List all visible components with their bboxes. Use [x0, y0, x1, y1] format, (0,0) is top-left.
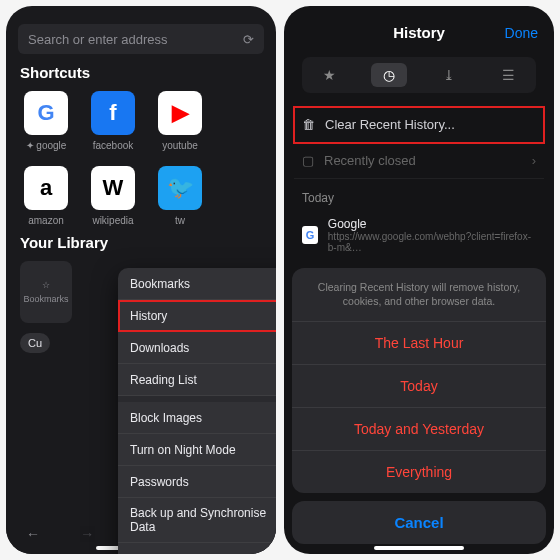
history-segments: ★ ◷ ⤓ ☰ — [302, 57, 536, 93]
shortcut-facebook[interactable]: ffacebook — [87, 91, 139, 151]
shortcut-wikipedia[interactable]: Wwikipedia — [87, 166, 139, 226]
menu-sync[interactable]: Back up and Synchronise Data↻ — [118, 498, 276, 543]
library-bookmarks[interactable]: ☆ Bookmarks — [20, 261, 72, 323]
shortcuts-grid: G✦ google ffacebook ▶youtube aamazon Wwi… — [20, 91, 262, 226]
reload-icon[interactable]: ⟳ — [243, 32, 254, 47]
shortcut-google[interactable]: G✦ google — [20, 91, 72, 151]
phone-home-screen: Search or enter address ⟳ Shortcuts G✦ g… — [6, 6, 276, 554]
library-title: Your Library — [20, 234, 262, 251]
done-button[interactable]: Done — [505, 25, 538, 41]
gift-icon: 🎁 — [274, 551, 276, 554]
seg-history-icon[interactable]: ◷ — [371, 63, 407, 87]
menu-night-mode[interactable]: Turn on Night Mode☾ — [118, 434, 276, 466]
opt-last-hour[interactable]: The Last Hour — [292, 322, 546, 365]
customize-button[interactable]: Cu — [20, 333, 50, 353]
seg-downloads-icon[interactable]: ⤓ — [431, 63, 467, 87]
trash-icon: 🗑 — [302, 117, 315, 132]
home-indicator — [374, 546, 464, 550]
cancel-button[interactable]: Cancel — [292, 501, 546, 544]
menu-whats-new[interactable]: What's New🎁 — [118, 543, 276, 554]
star-icon: ☆ — [42, 280, 50, 290]
phone-history-screen: History Done ★ ◷ ⤓ ☰ 🗑 Clear Recent Hist… — [284, 6, 554, 554]
address-bar[interactable]: Search or enter address ⟳ — [18, 24, 264, 54]
seg-readinglist-icon[interactable]: ☰ — [490, 63, 527, 87]
seg-bookmarks-icon[interactable]: ★ — [311, 63, 348, 87]
shortcuts-title: Shortcuts — [20, 64, 262, 81]
window-icon: ▢ — [302, 153, 314, 168]
clear-history-sheet: Clearing Recent History will remove hist… — [292, 268, 546, 544]
history-actions: 🗑 Clear Recent History... ▢ Recently clo… — [294, 107, 544, 179]
chevron-right-icon: › — [532, 153, 536, 168]
sheet-message: Clearing Recent History will remove hist… — [292, 268, 546, 322]
opt-everything[interactable]: Everything — [292, 451, 546, 493]
shortcut-twitter[interactable]: 🐦tw — [154, 166, 206, 226]
recently-closed[interactable]: ▢ Recently closed › — [294, 143, 544, 179]
menu-passwords[interactable]: Passwords⊶ — [118, 466, 276, 498]
forward-icon[interactable]: → — [80, 526, 94, 542]
favicon-google: G — [302, 226, 318, 244]
today-section: Today — [302, 191, 536, 205]
search-placeholder: Search or enter address — [28, 32, 167, 47]
menu-downloads[interactable]: Downloads⤓ — [118, 332, 276, 364]
history-entry-google[interactable]: G Googlehttps://www.google.com/webhp?cli… — [284, 209, 554, 261]
shortcut-amazon[interactable]: aamazon — [20, 166, 72, 226]
history-header: History Done — [284, 6, 554, 51]
page-title: History — [393, 24, 445, 41]
clear-recent-history[interactable]: 🗑 Clear Recent History... — [294, 107, 544, 143]
menu-block-images[interactable]: Block Images▧ — [118, 402, 276, 434]
opt-today-yesterday[interactable]: Today and Yesterday — [292, 408, 546, 451]
opt-today[interactable]: Today — [292, 365, 546, 408]
back-icon[interactable]: ← — [26, 526, 40, 542]
shortcut-youtube[interactable]: ▶youtube — [154, 91, 206, 151]
menu-reading-list[interactable]: Reading List☰ — [118, 364, 276, 396]
overflow-menu: Bookmarks★ History◷ Downloads⤓ Reading L… — [118, 268, 276, 554]
menu-bookmarks[interactable]: Bookmarks★ — [118, 268, 276, 300]
menu-history[interactable]: History◷ — [118, 300, 276, 332]
